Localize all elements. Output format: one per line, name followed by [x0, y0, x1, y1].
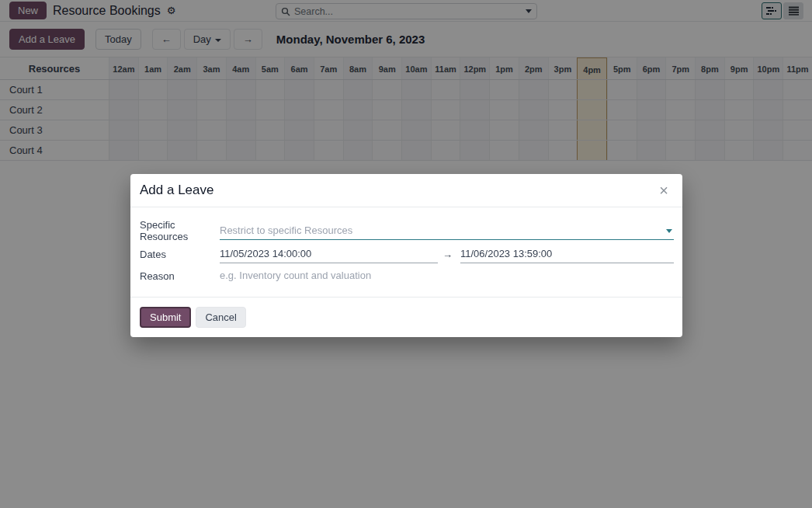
reason-input[interactable] — [220, 267, 674, 285]
close-icon[interactable]: × — [658, 183, 670, 198]
dialog-title: Add a Leave — [140, 183, 213, 198]
submit-button[interactable]: Submit — [140, 307, 191, 328]
dialog-body: Specific Resources Dates → Reason — [130, 207, 682, 297]
specific-resources-widget — [220, 222, 674, 240]
field-specific-resources: Specific Resources — [140, 219, 674, 242]
end-date-input[interactable] — [460, 245, 674, 263]
dates-widget: → — [220, 245, 674, 263]
dialog-header: Add a Leave × — [130, 174, 682, 207]
add-leave-dialog: Add a Leave × Specific Resources Dates →… — [130, 174, 682, 337]
dialog-footer: Submit Cancel — [130, 297, 682, 337]
reason-label: Reason — [140, 270, 220, 282]
specific-resources-label: Specific Resources — [140, 219, 220, 242]
date-range-arrow-icon: → — [442, 249, 453, 260]
dropdown-caret-icon[interactable] — [666, 229, 672, 233]
cancel-button[interactable]: Cancel — [196, 307, 245, 328]
reason-widget — [220, 267, 674, 285]
field-dates: Dates → — [140, 244, 674, 264]
start-date-input[interactable] — [220, 245, 438, 263]
dates-label: Dates — [140, 249, 220, 260]
specific-resources-input[interactable] — [220, 222, 674, 240]
field-reason: Reason — [140, 266, 674, 286]
